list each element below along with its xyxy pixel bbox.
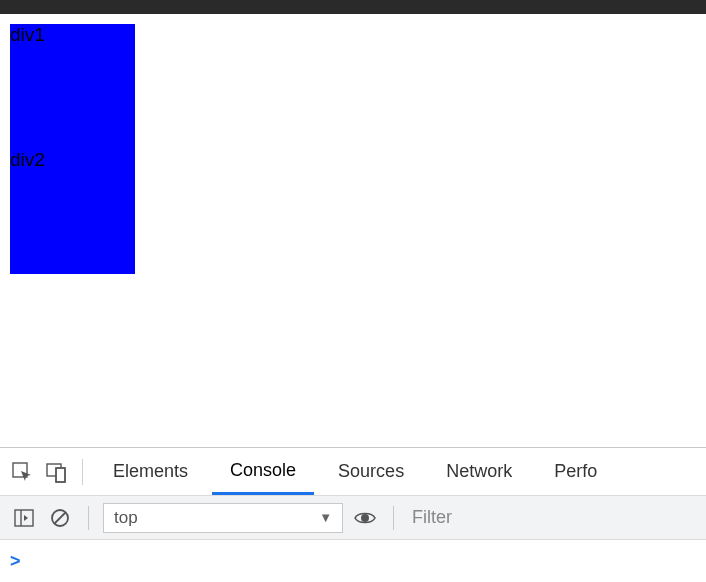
sidebar-toggle-icon[interactable] [10, 504, 38, 532]
div1-label: div1 [10, 24, 45, 45]
tab-performance[interactable]: Perfo [536, 448, 615, 495]
chevron-down-icon: ▼ [319, 510, 332, 525]
svg-line-7 [55, 512, 66, 523]
svg-point-8 [362, 514, 368, 520]
tab-performance-label: Perfo [554, 461, 597, 482]
div1-box: div1 [10, 24, 135, 149]
console-input-row[interactable]: > [0, 540, 706, 582]
prompt-caret-icon: > [10, 551, 21, 572]
tab-elements-label: Elements [113, 461, 188, 482]
tab-sources-label: Sources [338, 461, 404, 482]
div2-box: div2 [10, 149, 135, 274]
execution-context-select[interactable]: top ▼ [103, 503, 343, 533]
blue-container: div1 div2 [10, 24, 135, 274]
svg-rect-2 [56, 468, 65, 482]
tab-elements[interactable]: Elements [95, 448, 206, 495]
devtools-tabs: Elements Console Sources Network Perfo [0, 448, 706, 496]
device-toggle-icon[interactable] [42, 458, 70, 486]
tab-sources[interactable]: Sources [320, 448, 422, 495]
tab-separator [82, 459, 83, 485]
eye-icon[interactable] [351, 504, 379, 532]
toolbar-separator [88, 506, 89, 530]
div2-label: div2 [10, 149, 45, 170]
devtools-panel: Elements Console Sources Network Perfo t… [0, 447, 706, 582]
tab-network-label: Network [446, 461, 512, 482]
browser-top-bar [0, 0, 706, 14]
context-label: top [114, 508, 138, 528]
tab-network[interactable]: Network [428, 448, 530, 495]
toolbar-separator [393, 506, 394, 530]
filter-input[interactable] [408, 503, 696, 533]
tab-console[interactable]: Console [212, 448, 314, 495]
clear-console-icon[interactable] [46, 504, 74, 532]
page-viewport: div1 div2 [0, 14, 706, 447]
console-toolbar: top ▼ [0, 496, 706, 540]
inspect-icon[interactable] [8, 458, 36, 486]
tab-console-label: Console [230, 460, 296, 481]
